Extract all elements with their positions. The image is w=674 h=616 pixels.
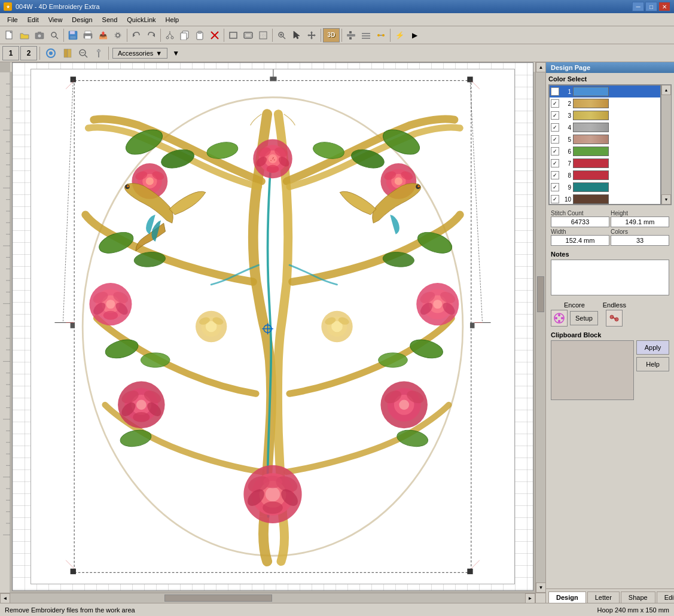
color-check-6[interactable]: ✓	[551, 147, 559, 155]
color-scroll-down[interactable]: ▼	[661, 194, 671, 205]
menu-edit[interactable]: Edit	[23, 13, 44, 26]
separator	[272, 29, 273, 42]
color-scroll-track[interactable]	[661, 95, 671, 194]
color-check-1[interactable]: ✓	[551, 87, 559, 96]
color-row-9[interactable]: ✓ 9	[550, 181, 660, 193]
undo-button[interactable]	[129, 28, 144, 42]
new-button[interactable]	[2, 28, 17, 42]
color-check-10[interactable]: ✓	[551, 195, 559, 203]
color-check-5[interactable]: ✓	[551, 135, 559, 144]
send-button[interactable]: 📤	[96, 28, 110, 42]
color-scroll-up[interactable]: ▲	[661, 85, 671, 95]
color-row-4[interactable]: ✓ 4	[550, 121, 660, 133]
color-check-3[interactable]: ✓	[551, 111, 559, 120]
scroll-track-v[interactable]	[536, 72, 545, 583]
close-button[interactable]: ✕	[658, 2, 670, 11]
tab-design[interactable]: Design	[548, 591, 586, 603]
paste-button[interactable]	[193, 28, 207, 42]
lightning-button[interactable]: ⚡	[392, 28, 407, 42]
color-row-10[interactable]: ✓ 10	[550, 193, 660, 205]
color-swatch-4	[573, 123, 609, 132]
color-check-4[interactable]: ✓	[551, 123, 559, 132]
svg-point-5	[51, 32, 56, 37]
copy-button[interactable]	[178, 28, 192, 42]
scroll-up-button[interactable]: ▲	[536, 62, 545, 72]
tab1-button[interactable]: 1	[2, 46, 19, 60]
maximize-button[interactable]: □	[645, 2, 657, 11]
endless-row	[606, 310, 623, 327]
svg-rect-149	[270, 77, 276, 81]
encore-setup-button[interactable]: Setup	[570, 311, 598, 325]
fit-button[interactable]	[256, 28, 270, 42]
help-button[interactable]: Help	[636, 357, 669, 371]
zoom-btn[interactable]	[76, 46, 90, 60]
color-check-8[interactable]: ✓	[551, 171, 559, 179]
titlebar: ★ 004W - 4D Embroidery Extra ─ □ ✕	[0, 0, 674, 13]
svg-point-251	[272, 158, 273, 160]
scroll-thumb-v[interactable]	[537, 276, 544, 312]
endless-icon[interactable]	[606, 310, 623, 327]
tools-button1[interactable]	[344, 28, 358, 42]
color-row-8[interactable]: ✓ 8	[550, 169, 660, 181]
rect-button[interactable]	[226, 28, 240, 42]
color-list[interactable]: ✓ 1 ✓ 2 ✓ 3	[549, 85, 661, 205]
menu-design[interactable]: Design	[67, 13, 97, 26]
separator	[321, 29, 321, 42]
hoop-button[interactable]	[241, 28, 255, 42]
more-button[interactable]: ▶	[407, 28, 422, 42]
design-btn[interactable]	[42, 46, 59, 60]
scroll-thumb-h[interactable]	[164, 594, 272, 602]
color-row-1[interactable]: ✓ 1	[550, 86, 660, 97]
apply-button[interactable]: Apply	[636, 340, 669, 355]
menu-file[interactable]: File	[2, 13, 23, 26]
menu-view[interactable]: View	[44, 13, 68, 26]
accessories-label: Accessories	[118, 50, 153, 57]
tab-letter[interactable]: Letter	[587, 591, 620, 603]
select-button[interactable]	[289, 28, 304, 42]
color-check-9[interactable]: ✓	[551, 183, 559, 191]
color-row-5[interactable]: ✓ 5	[550, 133, 660, 145]
open-button[interactable]	[17, 28, 32, 42]
color-check-7[interactable]: ✓	[551, 159, 559, 167]
camera-button[interactable]	[32, 28, 47, 42]
3d-button[interactable]: 3D	[323, 28, 340, 42]
dropdown-extra[interactable]: ▼	[169, 46, 183, 60]
redo-button[interactable]	[144, 28, 158, 42]
settings-button[interactable]	[111, 28, 125, 42]
scroll-left-button[interactable]: ◄	[0, 593, 10, 603]
search-button[interactable]	[47, 28, 62, 42]
color-row-2[interactable]: ✓ 2	[550, 97, 660, 109]
zoom-in-button[interactable]	[275, 28, 289, 42]
scroll-track-h[interactable]	[10, 593, 525, 603]
move-button[interactable]	[304, 28, 319, 42]
menu-send[interactable]: Send	[97, 13, 123, 26]
delete-button[interactable]	[208, 28, 222, 42]
scroll-down-button[interactable]: ▼	[536, 583, 545, 593]
save-button[interactable]	[66, 28, 80, 42]
colors-value-box: 33	[611, 235, 669, 246]
menu-quicklink[interactable]: QuickLink	[122, 13, 160, 26]
svg-rect-9	[70, 36, 76, 39]
tab-edit[interactable]: Edit	[657, 591, 674, 603]
color-row-7[interactable]: ✓ 7	[550, 157, 660, 169]
cut-button[interactable]	[163, 28, 177, 42]
color-row-3[interactable]: ✓ 3	[550, 109, 660, 121]
print-button[interactable]	[81, 28, 95, 42]
accessories-dropdown[interactable]: Accessories ▼	[112, 48, 167, 59]
encore-icon[interactable]	[551, 310, 568, 327]
notes-textarea[interactable]	[551, 260, 669, 295]
needle-btn[interactable]	[92, 46, 106, 60]
menu-help[interactable]: Help	[161, 13, 184, 26]
tab2-button[interactable]: 2	[20, 46, 37, 60]
minimize-button[interactable]: ─	[632, 2, 644, 11]
svg-point-250	[417, 185, 420, 188]
tools-button3[interactable]	[374, 28, 388, 42]
scroll-right-button[interactable]: ►	[525, 593, 535, 603]
clipboard-section: Clipboard Block Apply Help	[546, 329, 674, 402]
book-btn[interactable]	[60, 46, 75, 60]
color-row-6[interactable]: ✓ 6	[550, 145, 660, 157]
tab-shape[interactable]: Shape	[621, 591, 655, 603]
panel-title: Design Page	[546, 62, 674, 73]
tools-button2[interactable]	[359, 28, 373, 42]
color-check-2[interactable]: ✓	[551, 99, 559, 108]
